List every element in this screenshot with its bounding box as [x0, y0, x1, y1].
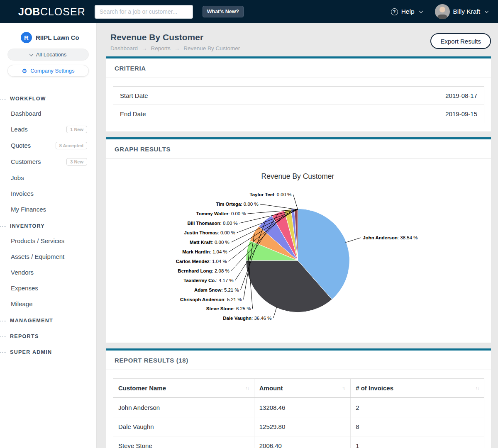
- table-row[interactable]: Dale Vaughn12529.808: [113, 417, 484, 436]
- sidebar-item-label: My Finances: [11, 206, 46, 213]
- company-settings-label: Company Settings: [30, 68, 74, 74]
- column-header-customer-name[interactable]: Customer Name↑↓: [113, 379, 254, 398]
- page-header: Revenue By Customer Dashboard→Reports→Re…: [105, 30, 491, 56]
- criteria-card: CRITERIA Start Date2019-08-17End Date201…: [106, 56, 491, 131]
- breadcrumb: Dashboard→Reports→Revenue By Customer: [110, 45, 240, 51]
- slice-label-carlos-mendez: Carlos Mendez: 1.04 %: [176, 259, 227, 264]
- whats-new-button[interactable]: What's New?: [203, 6, 244, 17]
- sidebar-section-inventory[interactable]: INVENTORY: [0, 217, 96, 233]
- status-badge: 1 New: [66, 126, 87, 133]
- sidebar-item-label: Products / Services: [11, 237, 64, 244]
- slice-label-tommy-walter: Tommy Walter: 0.00 %: [196, 211, 246, 216]
- app-root: JOBCLOSER What's New? ? Help Billy Kraft…: [0, 0, 498, 448]
- avatar-head: [439, 7, 445, 12]
- label-connector-line: [260, 204, 298, 209]
- sidebar-item-customers[interactable]: Customers3 New: [0, 153, 96, 170]
- sidebar-item-label: Quotes: [11, 142, 31, 149]
- slice-label-matt-kraft: Matt Kraft: 0.00 %: [190, 240, 229, 245]
- app-logo[interactable]: JOBCLOSER: [18, 6, 85, 18]
- gear-icon: ⚙: [22, 68, 27, 74]
- slice-label-taylor-teel: Taylor Teel: 0.00 %: [250, 192, 292, 197]
- sidebar-item-expenses[interactable]: Expenses: [0, 280, 96, 296]
- sidebar-item-label: Leads: [11, 126, 28, 133]
- top-navbar: JOBCLOSER What's New? ? Help Billy Kraft: [0, 0, 498, 23]
- company-logo: R: [21, 32, 32, 43]
- sidebar-item-products-services[interactable]: Products / Services: [0, 233, 96, 248]
- avatar-body: [437, 15, 447, 19]
- sidebar-item-vendors[interactable]: Vendors: [0, 264, 96, 280]
- sidebar-section-reports[interactable]: REPORTS: [0, 327, 96, 343]
- sidebar-section-management[interactable]: MANAGEMENT: [0, 312, 96, 327]
- sidebar-item-mileage[interactable]: Mileage: [0, 296, 96, 312]
- sidebar: R RIIPL Lawn Co All Locations ⚙ Company …: [0, 23, 97, 448]
- company-settings-button[interactable]: ⚙ Company Settings: [7, 65, 89, 77]
- sidebar-item-label: Customers: [11, 158, 41, 165]
- criteria-label: End Date: [120, 110, 146, 117]
- report-results-header: REPORT RESULTS (18): [106, 351, 491, 370]
- user-name: Billy Kraft: [453, 8, 480, 15]
- sort-icon[interactable]: ↑↓: [476, 386, 479, 390]
- table-cell: Steve Stone: [113, 436, 254, 448]
- sidebar-section-workflow[interactable]: WORKFLOW: [0, 90, 96, 105]
- column-header-of-invoices[interactable]: # of Invoices↑↓: [351, 379, 484, 398]
- help-menu[interactable]: ? Help: [391, 8, 422, 15]
- sidebar-nav: WORKFLOWDashboardLeads1 NewQuotes8 Accep…: [0, 86, 96, 359]
- criteria-row: End Date2019-09-15: [113, 105, 484, 123]
- sort-icon[interactable]: ↑↓: [246, 386, 249, 390]
- company-name: RIIPL Lawn Co: [36, 34, 79, 41]
- sort-icon[interactable]: ↑↓: [342, 386, 345, 390]
- table-cell: 12529.80: [254, 417, 350, 436]
- sidebar-item-label: Mileage: [11, 300, 33, 307]
- chevron-down-icon: [419, 9, 423, 13]
- search-input[interactable]: [95, 5, 193, 19]
- logo-bold: JOB: [18, 6, 40, 17]
- sidebar-item-assets-equipment[interactable]: Assets / Equipment: [0, 248, 96, 264]
- table-cell: John Anderson: [113, 398, 254, 417]
- breadcrumb-arrow-icon: →: [174, 45, 180, 51]
- sidebar-item-my-finances[interactable]: My Finances: [0, 201, 96, 217]
- sidebar-item-label: Jobs: [11, 174, 24, 181]
- sidebar-item-leads[interactable]: Leads1 New: [0, 121, 96, 137]
- column-header-amount[interactable]: Amount↑↓: [254, 379, 350, 398]
- slice-label-adam-snow: Adam Snow: 5.21 %: [194, 287, 239, 292]
- status-badge: 8 Accepted: [56, 142, 87, 149]
- slice-label-john-anderson: John Anderson: 38.54 %: [363, 235, 417, 240]
- user-menu[interactable]: Billy Kraft: [435, 4, 488, 19]
- slice-label-justin-thomas: Justin Thomas: 0.00 %: [184, 230, 235, 235]
- table-row[interactable]: John Anderson13208.462: [113, 398, 484, 417]
- criteria-label: Start Date: [120, 92, 148, 99]
- sidebar-item-dashboard[interactable]: Dashboard: [0, 105, 96, 121]
- sidebar-item-label: Expenses: [11, 285, 38, 292]
- export-results-button[interactable]: Export Results: [430, 33, 491, 49]
- slice-label-taxidermy-co: Taxidermy Co.: 4.17 %: [183, 278, 233, 283]
- main-content: Revenue By Customer Dashboard→Reports→Re…: [97, 23, 498, 448]
- layout: R RIIPL Lawn Co All Locations ⚙ Company …: [0, 23, 498, 448]
- criteria-row: Start Date2019-08-17: [113, 87, 484, 105]
- company-row: R RIIPL Lawn Co: [0, 23, 96, 43]
- location-selector[interactable]: All Locations: [7, 49, 89, 61]
- breadcrumb-item[interactable]: Dashboard: [110, 45, 138, 51]
- sidebar-item-label: Assets / Equipment: [11, 253, 64, 260]
- criteria-table: Start Date2019-08-17End Date2019-09-15: [113, 86, 484, 123]
- sidebar-item-label: Invoices: [11, 190, 34, 197]
- sidebar-item-quotes[interactable]: Quotes8 Accepted: [0, 137, 96, 153]
- sidebar-item-jobs[interactable]: Jobs: [0, 170, 96, 185]
- table-row[interactable]: Steve Stone2006.401: [113, 436, 484, 448]
- sidebar-section-super-admin[interactable]: SUPER ADMIN: [0, 343, 96, 359]
- table-cell: 2: [351, 398, 484, 417]
- slice-label-mark-hardin: Mark Hardin: 1.04 %: [182, 249, 227, 254]
- slice-label-bill-thomason: Bill Thomason: 0.00 %: [188, 221, 238, 226]
- criteria-header: CRITERIA: [106, 58, 491, 78]
- slice-label-steve-stone: Steve Stone: 6.25 %: [206, 306, 251, 311]
- breadcrumb-item[interactable]: Reports: [151, 45, 171, 51]
- table-cell: 2006.40: [254, 436, 350, 448]
- table-cell: 13208.46: [254, 398, 350, 417]
- page-title: Revenue By Customer: [110, 32, 240, 42]
- sidebar-item-label: Dashboard: [11, 110, 41, 117]
- graph-results-header: GRAPH RESULTS: [106, 139, 491, 159]
- slice-label-dale-vaughn: Dale Vaughn: 36.46 %: [223, 316, 271, 321]
- status-badge: 3 New: [66, 158, 87, 166]
- criteria-value: 2019-08-17: [445, 92, 477, 99]
- sidebar-item-invoices[interactable]: Invoices: [0, 185, 96, 201]
- breadcrumb-item[interactable]: Revenue By Customer: [183, 45, 240, 51]
